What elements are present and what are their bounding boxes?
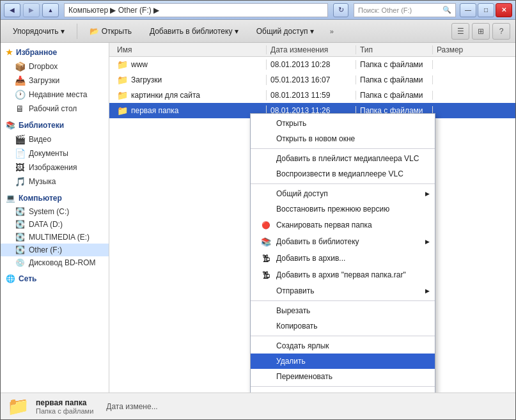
table-row[interactable]: 📁 картинки для сайта 08.01.2013 11:59 Па… [109, 88, 515, 103]
table-row[interactable]: 📁 www 08.01.2013 10:28 Папка с файлами [109, 57, 515, 72]
network-section: 🌐 Сеть [1, 272, 109, 286]
sidebar-item-otherf[interactable]: 💽 Other (F:) [1, 244, 109, 256]
column-name[interactable]: Имя [113, 45, 267, 54]
ctx-rename[interactable]: Переименовать [251, 369, 435, 384]
maximize-button[interactable]: □ [478, 3, 494, 17]
statusbar-info: первая папка Папка с файлами [36, 398, 93, 415]
refresh-button[interactable]: ↻ [333, 3, 348, 17]
sidebar-item-bdrom[interactable]: 💿 Дисковод BD-ROM [1, 256, 109, 269]
ctx-send-to[interactable]: Отправить [251, 283, 435, 299]
sidebar-item-documents[interactable]: 📄 Документы [1, 146, 109, 160]
statusbar-filetype: Папка с файлами [36, 407, 93, 415]
folder-icon: 📁 [117, 90, 128, 100]
explorer-window: ◀ ▶ ▲ Компьютер ▶ Other (F:) ▶ ↻ Поиск: … [0, 0, 516, 420]
drive-e-icon: 💽 [15, 233, 25, 242]
ctx-share[interactable]: Общий доступ [251, 186, 435, 201]
search-placeholder: Поиск: Other (F:) [358, 6, 412, 14]
sidebar-item-systemc[interactable]: 💽 System (C:) [1, 205, 109, 218]
search-box[interactable]: Поиск: Other (F:) 🔍 [354, 3, 456, 17]
statusbar-date: Дата измене... [106, 402, 157, 411]
ctx-open[interactable]: Открыть [251, 116, 435, 131]
ctx-archive-icon: 🗜 [261, 253, 271, 263]
folder-icon: 📂 [90, 27, 99, 36]
titlebar-controls: — □ ✕ [460, 3, 512, 17]
sidebar-item-images[interactable]: 🖼 Изображения [1, 160, 109, 175]
network-icon: 🌐 [6, 274, 15, 283]
sidebar-item-datad[interactable]: 💽 DATA (D:) [1, 218, 109, 231]
context-menu: Открыть Открыть в новом окне Добавить в … [250, 113, 435, 393]
ctx-rar-icon: 🗜 [261, 270, 271, 280]
back-button[interactable]: ◀ [4, 3, 20, 17]
documents-icon: 📄 [15, 148, 25, 159]
favorites-title[interactable]: ★ Избранное [1, 45, 109, 59]
sidebar-item-dropbox[interactable]: 📦 Dropbox [1, 59, 109, 74]
more-button[interactable]: » [325, 22, 339, 40]
add-library-button[interactable]: Добавить в библиотеку ▾ [143, 22, 246, 40]
toolbar-separator [77, 24, 77, 39]
sidebar-item-desktop[interactable]: 🖥 Рабочий стол [1, 102, 109, 116]
sidebar-item-music[interactable]: 🎵 Музыка [1, 175, 109, 189]
address-bar[interactable]: Компьютер ▶ Other (F:) ▶ [64, 3, 328, 17]
organize-button[interactable]: Упорядочить ▾ [6, 22, 72, 40]
ctx-open-new-window[interactable]: Открыть в новом окне [251, 131, 435, 146]
sidebar-item-downloads[interactable]: 📥 Загрузки [1, 74, 109, 88]
computer-section: 💻 Компьютер 💽 System (C:) 💽 DATA (D:) 💽 … [1, 191, 109, 269]
sidebar-item-multimed[interactable]: 💽 MULTIMEDIA (E:) [1, 231, 109, 244]
column-date[interactable]: Дата изменения [267, 45, 356, 54]
video-icon: 🎬 [15, 134, 25, 144]
computer-icon: 💻 [6, 194, 15, 203]
up-button[interactable]: ▲ [42, 3, 59, 17]
sidebar-item-video[interactable]: 🎬 Видео [1, 132, 109, 146]
statusbar: 📁 первая папка Папка с файлами Дата изме… [1, 393, 515, 419]
ctx-properties[interactable]: Свойства [251, 389, 435, 393]
ctx-copy[interactable]: Копировать [251, 318, 435, 334]
ctx-delete[interactable]: Удалить [251, 354, 435, 369]
titlebar-left: ◀ ▶ ▲ Компьютер ▶ Other (F:) ▶ ↻ Поиск: … [4, 3, 456, 17]
toolbar-right: ☰ ⊞ ? [451, 23, 510, 40]
ctx-play-vlc[interactable]: Воспроизвести в медиаплеере VLC [251, 166, 435, 182]
ctx-cut[interactable]: Вырезать [251, 303, 435, 318]
table-row[interactable]: 📁 Загрузки 05.01.2013 16:07 Папка с файл… [109, 72, 515, 88]
libraries-title[interactable]: 📚 Библиотеки [1, 118, 109, 132]
ctx-sep3 [251, 300, 435, 301]
file-list[interactable]: Имя Дата изменения Тип Размер 📁 www 08.0… [109, 43, 515, 393]
ctx-scan-icon: 🔴 [261, 220, 271, 230]
ctx-restore-prev[interactable]: Восстановить прежнюю версию [251, 201, 435, 217]
ctx-add-rar[interactable]: 🗜 Добавить в архив "первая папка.rar" [251, 267, 435, 283]
ctx-create-shortcut[interactable]: Создать ярлык [251, 338, 435, 354]
ctx-add-archive[interactable]: 🗜 Добавить в архив... [251, 250, 435, 267]
minimize-button[interactable]: — [460, 3, 476, 17]
column-size[interactable]: Размер [433, 45, 512, 54]
share-button[interactable]: Общий доступ ▾ [249, 22, 321, 40]
recent-icon: 🕐 [15, 89, 25, 100]
close-button[interactable]: ✕ [496, 3, 512, 17]
column-type[interactable]: Тип [356, 45, 433, 54]
ctx-scan[interactable]: 🔴 Сканировать первая папка [251, 217, 435, 233]
ctx-library-icon: 📚 [261, 237, 271, 247]
toolbar: Упорядочить ▾ 📂 Открыть Добавить в библи… [1, 20, 515, 43]
ctx-add-library[interactable]: 📚 Добавить в библиотеку [251, 233, 435, 250]
computer-title[interactable]: 💻 Компьютер [1, 191, 109, 205]
search-icon: 🔍 [442, 6, 451, 14]
help-button[interactable]: ? [492, 23, 510, 40]
forward-button[interactable]: ▶ [23, 3, 40, 17]
sidebar-item-recent[interactable]: 🕐 Недавние места [1, 88, 109, 102]
breadcrumb: Компьютер ▶ Other (F:) ▶ [68, 6, 159, 15]
ctx-sep4 [251, 336, 435, 336]
ctx-add-vlc-playlist[interactable]: Добавить в плейлист медиаплеера VLC [251, 151, 435, 166]
view-tiles-button[interactable]: ⊞ [472, 23, 490, 40]
ctx-sep2 [251, 183, 435, 184]
open-button[interactable]: 📂 Открыть [82, 22, 139, 40]
titlebar: ◀ ▶ ▲ Компьютер ▶ Other (F:) ▶ ↻ Поиск: … [1, 1, 515, 20]
view-details-button[interactable]: ☰ [451, 23, 469, 40]
network-title[interactable]: 🌐 Сеть [1, 272, 109, 286]
star-icon: ★ [6, 48, 13, 57]
music-icon: 🎵 [15, 176, 25, 187]
ctx-sep1 [251, 148, 435, 149]
favorites-section: ★ Избранное 📦 Dropbox 📥 Загрузки 🕐 Недав… [1, 45, 109, 116]
drive-d-icon: 💽 [15, 220, 25, 229]
folder-icon: 📁 [117, 105, 128, 116]
libraries-section: 📚 Библиотеки 🎬 Видео 📄 Документы 🖼 Изобр… [1, 118, 109, 189]
statusbar-filename: первая папка [36, 398, 93, 407]
images-icon: 🖼 [15, 162, 25, 173]
